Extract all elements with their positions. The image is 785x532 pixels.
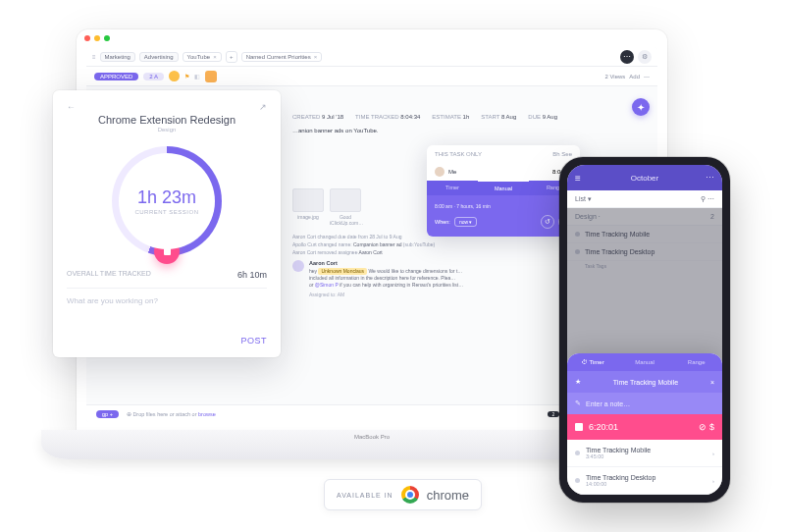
running-time: 6:20:01 [589,422,618,432]
mention[interactable]: @Simon P [315,282,339,288]
close-icon[interactable]: × [213,54,217,60]
assignee-avatar[interactable] [169,71,180,81]
close-icon[interactable]: × [314,54,318,60]
back-icon[interactable]: ← [67,102,76,112]
comment-count: 2 [548,411,560,417]
task-description: …anion banner ads on YouTube. [292,128,648,133]
gear-icon[interactable]: ⚙ [638,50,652,64]
when-label: When: [435,219,450,225]
popup-range: 8:00 am · 7 hours, 16 min [435,203,572,209]
sheet-task[interactable]: ★ Time Tracking Mobile× [567,371,722,393]
avatar [292,260,304,272]
phone-header: ≡ October ⋯ [567,165,722,190]
task-meta: CREATED 9 Jul '18 TIME TRACKED 8:04:34 E… [292,114,648,120]
note-input[interactable]: What are you working on? [67,288,267,305]
tag-icon[interactable]: ◧ [194,73,200,80]
tab-manual[interactable]: Manual [478,181,529,195]
gitlab-icon[interactable] [205,71,217,82]
flag-icon[interactable]: ⚑ [184,73,189,80]
running-timer: 6:20:01 ⊘ $ [567,414,722,440]
assigned-to: Assigned to: AM [309,292,463,298]
phone-subbar: List ▾ ⚲ ⋯ [567,190,722,208]
attachment-item[interactable]: image.jpg [292,188,324,226]
more-icon[interactable]: ⋯ [620,50,634,64]
tag-icon[interactable]: ⊘ $ [699,422,714,432]
avatar [435,167,445,177]
timer-label: CURRENT SESSION [134,209,198,215]
search-icon[interactable]: ⚲ ⋯ [701,195,714,203]
status-pill[interactable]: APPROVED [94,73,138,80]
sheet-tab-range[interactable]: Range [670,353,722,371]
sheet-note[interactable]: ✎ Enter a note… [567,393,722,414]
menu-icon[interactable]: ≡ [92,54,96,60]
popup-scope: THIS TASK ONLY [435,151,482,157]
close-icon[interactable]: × [710,379,714,386]
mac-titlebar [77,29,667,47]
attach-pill[interactable]: gp + [96,410,119,418]
badge-avail: AVAILABLE IN [337,492,393,499]
phone-frame: ≡ October ⋯ List ▾ ⚲ ⋯ Design ·2 Time Tr… [559,157,730,503]
traffic-max[interactable] [104,35,110,41]
post-button[interactable]: POST [240,336,267,346]
entry-item[interactable]: Time Tracking Desktop14:00:00› [567,467,722,495]
tab-marketing[interactable]: Marketing [100,52,135,62]
attachment-item[interactable]: Good iClickUp.com… [330,188,361,226]
browse-link[interactable]: browse [198,411,216,417]
card-sub: Design [67,127,267,133]
open-icon[interactable]: ↗ [259,102,267,112]
card-title: Chrome Extension Redesign [67,114,267,126]
tab-add[interactable]: + [226,51,237,63]
menu-icon[interactable]: ≡ [575,173,581,184]
extension-card: ← ↗ Chrome Extension Redesign Design 1h … [53,90,281,357]
popup-tabs: Timer Manual Range [427,181,580,195]
sheet-tab-timer[interactable]: ⏱ Timer [567,353,619,371]
entry-item[interactable]: Time Tracking Mobile3:45:00› [567,440,722,467]
undo-icon[interactable]: ↺ [541,215,554,229]
add-label[interactable]: Add [629,74,640,80]
phone-title: October [631,174,658,183]
timer-sheet: ⏱ Timer Manual Range ★ Time Tracking Mob… [567,353,722,495]
overall-label: OVERALL TIME TRACKED [67,270,151,280]
tab-advertising[interactable]: Advertising [139,52,179,62]
when-select[interactable]: now ▾ [454,217,478,227]
timer-duration: 1h 23m [137,187,196,208]
views-label[interactable]: 2 Views [604,74,625,80]
status-count: 2 A [143,73,164,80]
overall-value: 6h 10m [237,270,267,280]
chrome-icon [401,486,419,504]
task-toolbar: APPROVED 2 A ⚑ ◧ 2 Views Add ⋯ [86,67,657,86]
chrome-badge[interactable]: AVAILABLE IN chrome [324,479,482,510]
sheet-tab-manual[interactable]: Manual [619,353,671,371]
tab-priorities[interactable]: Named Current Priorities× [241,52,323,62]
traffic-min[interactable] [94,35,100,41]
tab-bar: ≡ Marketing Advertising YouTube× + Named… [86,47,657,67]
stop-icon[interactable] [575,423,583,431]
comment-author: Aaron Cort [309,260,463,268]
tab-youtube[interactable]: YouTube× [183,52,222,62]
popup-user: Me [448,169,456,175]
ellipsis-icon[interactable]: ⋯ [644,73,650,80]
drop-hint: ⊕ Drop files here or attach or browse [127,411,216,417]
popup-see[interactable]: Bh See [552,151,572,157]
traffic-close[interactable] [84,35,90,41]
view-select[interactable]: List ▾ [575,195,592,203]
timer-ring: 1h 23m CURRENT SESSION [112,146,222,256]
tab-timer[interactable]: Timer [427,181,478,195]
badge-name: chrome [427,488,469,503]
time-entry-popup: THIS TASK ONLYBh See Me 8:04:34 Timer Ma… [427,145,580,237]
mention-chip[interactable]: Unknown Monclaus [318,268,367,275]
ellipsis-icon[interactable]: ⋯ [706,173,714,183]
